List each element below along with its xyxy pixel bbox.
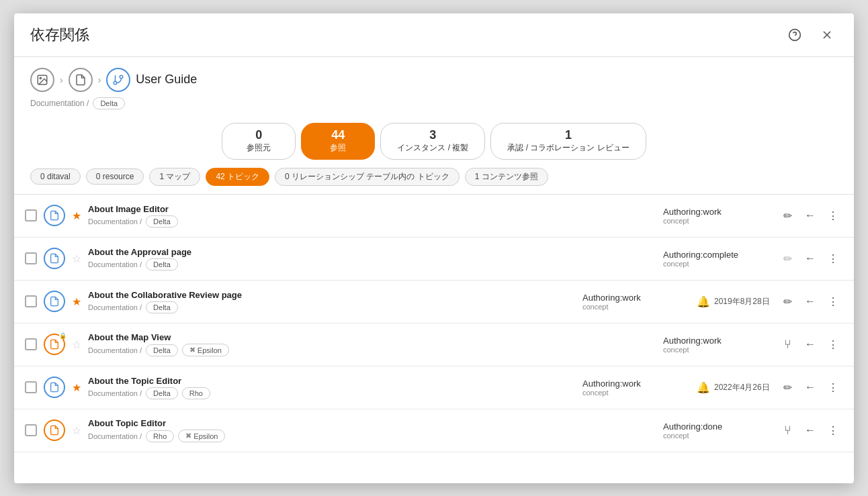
back-arrow-button-2[interactable]: ←: [800, 291, 820, 311]
tab-references[interactable]: 44 参照: [301, 123, 375, 160]
filter-topic[interactable]: 42 トピック: [206, 168, 269, 186]
tab-references-from[interactable]: 0 参照元: [222, 123, 296, 160]
close-button[interactable]: [816, 24, 838, 46]
more-button-2[interactable]: ⋮: [823, 291, 843, 311]
item-status-4: Authoring:work concept: [582, 379, 690, 397]
filter-ditaval[interactable]: 0 ditaval: [30, 168, 81, 185]
item-checkbox-3[interactable]: [25, 338, 37, 350]
tab-instances[interactable]: 3 インスタンス / 複製: [380, 123, 485, 160]
item-tag-4b[interactable]: Rho: [182, 387, 210, 399]
item-name-4: About the Topic Editor: [88, 376, 576, 386]
item-star-2[interactable]: ★: [72, 295, 81, 308]
arrow-2: ›: [98, 75, 101, 85]
list-item: ★ About the Topic Editor Documentation /…: [14, 366, 854, 409]
back-arrow-button-0[interactable]: ←: [800, 205, 820, 226]
doc-icon[interactable]: [69, 68, 93, 92]
item-checkbox-0[interactable]: [25, 209, 37, 221]
breadcrumb-title: User Guide: [136, 72, 197, 87]
back-arrow-button-3[interactable]: ←: [800, 334, 820, 354]
edit-button-0[interactable]: ✏: [777, 205, 797, 226]
item-doc-icon-0: [44, 205, 65, 226]
item-actions-0: ✏ ← ⋮: [777, 205, 843, 226]
list-item: ☆ About the Approval page Documentation …: [14, 238, 854, 281]
breadcrumb-sub: Documentation / Delta: [30, 92, 838, 112]
filter-relationship[interactable]: 0 リレーションシップ テーブル内の トピック: [275, 168, 460, 186]
fork-button-3[interactable]: ⑂: [777, 334, 797, 354]
back-arrow-button-1[interactable]: ←: [800, 248, 820, 268]
item-name-0: About Image Editor: [88, 204, 656, 214]
more-button-3[interactable]: ⋮: [823, 334, 843, 354]
more-button-1[interactable]: ⋮: [823, 248, 843, 268]
fork-button-5[interactable]: ⑂: [777, 420, 797, 440]
list-section: ★ About Image Editor Documentation / Del…: [14, 194, 854, 483]
item-tag-5a[interactable]: Rho: [146, 430, 174, 442]
list-item: 🔒 ☆ About the Map View Documentation / D…: [14, 324, 854, 366]
item-doc-icon-5: [44, 419, 65, 441]
item-doc-icon-4: [44, 377, 65, 398]
item-tag-1[interactable]: Delta: [146, 258, 178, 270]
svg-point-7: [120, 75, 124, 79]
item-name-1: About the Approval page: [88, 247, 656, 257]
item-meta-2: Documentation / Delta: [88, 301, 576, 313]
item-name-3: About the Map View: [88, 332, 656, 342]
more-button-4[interactable]: ⋮: [823, 377, 843, 397]
modal-title: 依存関係: [30, 25, 89, 45]
item-star-0[interactable]: ★: [72, 209, 81, 222]
more-button-0[interactable]: ⋮: [823, 205, 843, 226]
item-tag-2[interactable]: Delta: [146, 301, 178, 313]
back-arrow-button-5[interactable]: ←: [800, 420, 820, 440]
item-name-5: About Topic Editor: [88, 418, 656, 428]
item-actions-4: ✏ ← ⋮: [777, 377, 843, 397]
tab-reviews[interactable]: 1 承認 / コラボレーション レビュー: [490, 123, 646, 160]
back-arrow-button-4[interactable]: ←: [800, 377, 820, 397]
item-star-1[interactable]: ☆: [72, 252, 81, 265]
arrow-1: ›: [60, 75, 63, 85]
item-star-4[interactable]: ★: [72, 381, 81, 394]
item-info-2: About the Collaborative Review page Docu…: [88, 290, 576, 313]
breadcrumb-tag[interactable]: Delta: [93, 97, 125, 109]
item-checkbox-1[interactable]: [25, 252, 37, 264]
item-doc-icon-2: [44, 291, 65, 312]
tabs-section: 0 参照元 44 参照 3 インスタンス / 複製 1 承認 / コラボレーショ…: [14, 112, 854, 160]
item-meta-0: Documentation / Delta: [88, 215, 656, 228]
item-tag-5b[interactable]: ✖ Epsilon: [178, 430, 225, 442]
item-status-3: Authoring:work concept: [663, 336, 771, 354]
list-item: ★ About Image Editor Documentation / Del…: [14, 195, 854, 238]
branch-icon[interactable]: [106, 68, 130, 92]
item-date-4: 🔔 2022年4月26日: [697, 381, 771, 394]
item-status-5: Authoring:done concept: [663, 421, 771, 440]
item-tag-3a[interactable]: Delta: [146, 344, 178, 356]
item-checkbox-2[interactable]: [25, 295, 37, 307]
item-info-4: About the Topic Editor Documentation / D…: [88, 376, 576, 399]
item-actions-1: ✏ ← ⋮: [777, 248, 843, 268]
item-status-0: Authoring:work concept: [663, 207, 771, 225]
item-actions-3: ⑂ ← ⋮: [777, 334, 843, 354]
item-checkbox-5[interactable]: [25, 424, 37, 436]
edit-button-1[interactable]: ✏: [777, 248, 797, 268]
svg-point-8: [114, 81, 118, 85]
filter-pills: 0 ditaval 0 resource 1 マップ 42 トピック 0 リレー…: [14, 160, 854, 186]
filter-map[interactable]: 1 マップ: [149, 168, 200, 186]
help-button[interactable]: [784, 24, 806, 46]
item-tag-3b[interactable]: ✖ Epsilon: [182, 344, 229, 356]
item-meta-5: Documentation / Rho ✖ Epsilon: [88, 430, 656, 442]
item-status-2: Authoring:work concept: [582, 293, 690, 311]
edit-button-4[interactable]: ✏: [777, 377, 797, 397]
more-button-5[interactable]: ⋮: [823, 420, 843, 440]
edit-button-2[interactable]: ✏: [777, 291, 797, 311]
item-info-3: About the Map View Documentation / Delta…: [88, 332, 656, 356]
item-tag-4a[interactable]: Delta: [146, 387, 178, 399]
filter-content-ref[interactable]: 1 コンテンツ参照: [465, 168, 548, 186]
filter-resource[interactable]: 0 resource: [86, 168, 144, 185]
item-star-3[interactable]: ☆: [72, 338, 81, 351]
item-checkbox-4[interactable]: [25, 381, 37, 393]
modal-header: 依存関係: [14, 13, 854, 57]
item-doc-icon-1: [44, 248, 65, 269]
item-actions-5: ⑂ ← ⋮: [777, 420, 843, 440]
dependency-modal: 依存関係 ›: [14, 13, 854, 483]
item-star-5[interactable]: ☆: [72, 424, 81, 437]
item-name-2: About the Collaborative Review page: [88, 290, 576, 300]
item-doc-icon-3: 🔒: [44, 334, 65, 355]
item-tag-0[interactable]: Delta: [146, 215, 178, 228]
image-icon[interactable]: [30, 68, 54, 92]
